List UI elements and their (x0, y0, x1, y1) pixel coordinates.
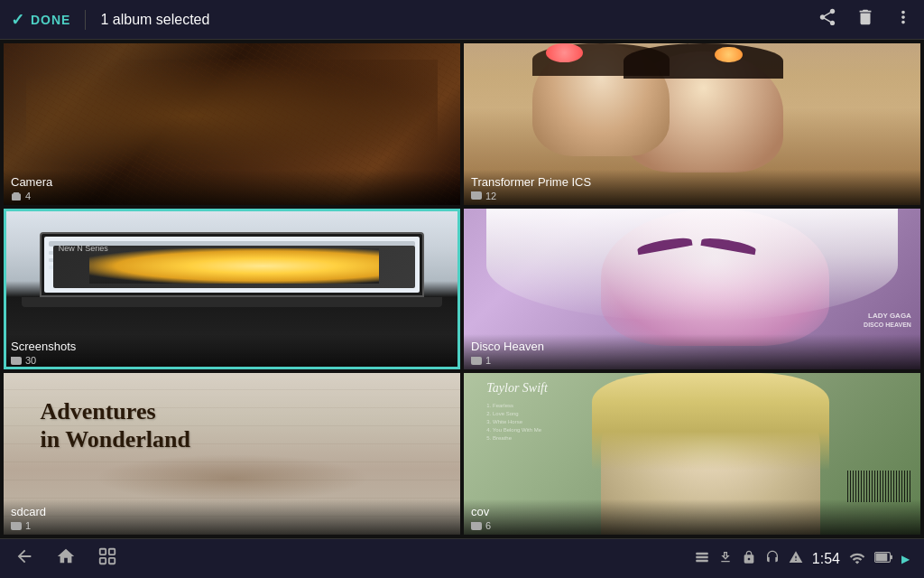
share-icon[interactable] (818, 7, 837, 32)
album-label-sdcard: sdcard 1 (4, 499, 460, 535)
download-icon (718, 550, 733, 567)
album-count-transformer: 12 (471, 191, 913, 201)
album-count-num-screenshots: 30 (25, 355, 36, 366)
selection-count-text: 1 album selected (100, 12, 818, 28)
album-label-disco: Disco Heaven 1 (464, 334, 920, 369)
album-item-transformer[interactable]: Transformer Prime ICS 12 (464, 43, 920, 205)
svg-rect-9 (891, 555, 892, 559)
album-count-sdcard: 1 (11, 520, 453, 531)
album-item-sdcard[interactable]: Adventuresin Wonderland sdcard 1 (4, 373, 460, 535)
album-count-num-disco: 1 (485, 355, 491, 366)
overflow-menu-icon[interactable] (893, 7, 913, 32)
signal-icon: ▶ (901, 553, 910, 565)
album-name-cov: cov (471, 505, 913, 518)
album-count-screenshots: 30 (11, 355, 453, 366)
album-name-sdcard: sdcard (11, 505, 453, 518)
folder-icon-cov (471, 522, 482, 530)
delete-icon[interactable] (855, 7, 875, 32)
top-bar-actions (818, 7, 913, 32)
album-item-screenshots[interactable]: New N Series Screenshots 30 (4, 209, 460, 370)
warning-icon (789, 550, 803, 567)
recents-icon[interactable] (97, 546, 117, 571)
svg-rect-4 (696, 553, 707, 555)
album-count-num-transformer: 12 (485, 191, 496, 201)
svg-rect-8 (875, 554, 887, 562)
back-icon[interactable] (14, 546, 34, 571)
svg-rect-0 (100, 549, 106, 555)
album-count-disco: 1 (471, 355, 913, 366)
top-bar: ✓ DONE 1 album selected (0, 0, 924, 40)
album-count-num-sdcard: 1 (25, 520, 31, 531)
album-label-cov: cov 6 (464, 499, 920, 535)
done-button[interactable]: ✓ DONE (11, 10, 86, 30)
album-name-disco: Disco Heaven (471, 340, 913, 353)
done-label: DONE (31, 13, 70, 27)
lock-icon (742, 550, 756, 567)
home-icon[interactable] (56, 546, 76, 571)
album-item-disco[interactable]: LADY GAGADISCO HEAVEN Disco Heaven 1 (464, 209, 920, 370)
album-name-transformer: Transformer Prime ICS (471, 175, 913, 189)
main-content: Camera 4 T (0, 40, 924, 538)
status-right: 1:54 ▶ (695, 550, 910, 567)
svg-rect-1 (109, 549, 115, 555)
svg-rect-6 (696, 560, 707, 563)
battery-icon (874, 551, 892, 566)
folder-icon-transformer (471, 191, 482, 200)
album-item-cov[interactable]: Taylor Swift 1. Fearless2. Love Song3. W… (464, 373, 920, 535)
folder-icon-screenshots (11, 357, 22, 365)
album-count-camera: 4 (11, 191, 453, 201)
check-icon: ✓ (11, 10, 25, 30)
album-count-num-camera: 4 (25, 191, 31, 201)
album-label-transformer: Transformer Prime ICS 12 (464, 170, 920, 205)
nav-left (14, 546, 117, 571)
svg-rect-2 (109, 558, 115, 564)
album-label-camera: Camera 4 (4, 170, 460, 205)
folder-icon-disco (471, 357, 482, 365)
album-label-screenshots: Screenshots 30 (4, 334, 460, 369)
album-item-camera[interactable]: Camera 4 (4, 43, 460, 205)
album-count-num-cov: 6 (485, 520, 491, 531)
svg-rect-5 (696, 556, 707, 559)
wifi-icon (849, 550, 865, 567)
album-name-camera: Camera (11, 175, 453, 189)
album-name-screenshots: Screenshots (11, 340, 453, 353)
folder-icon-sdcard (11, 522, 22, 530)
bottom-bar: 1:54 ▶ (0, 538, 924, 578)
clock: 1:54 (812, 551, 840, 567)
svg-rect-3 (100, 558, 106, 564)
storage-icon (695, 550, 709, 567)
headphone-icon (765, 550, 780, 567)
album-grid: Camera 4 T (0, 40, 924, 538)
album-count-cov: 6 (471, 520, 913, 531)
